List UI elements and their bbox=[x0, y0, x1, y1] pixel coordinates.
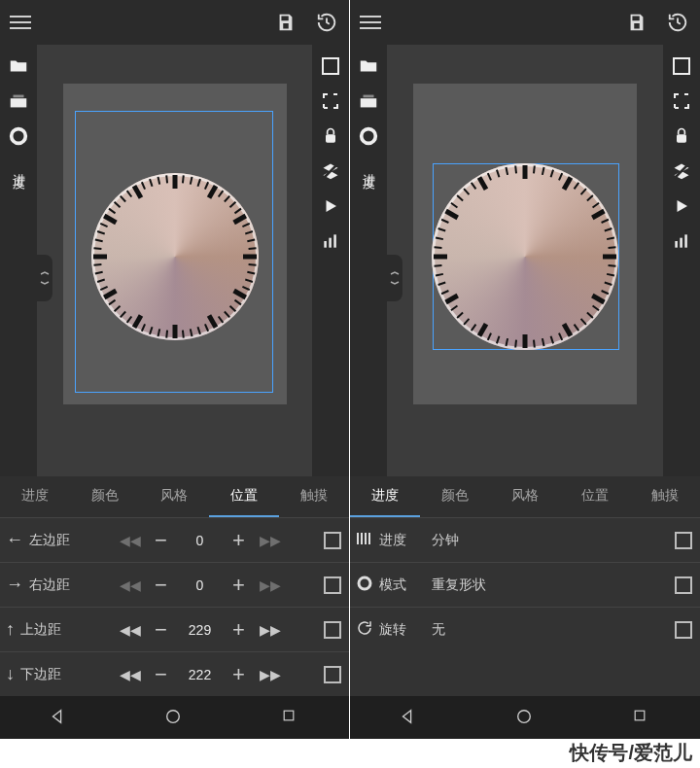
watermark: 快传号/爱范儿 bbox=[570, 740, 692, 766]
fast-increase-icon[interactable]: ▶▶ bbox=[257, 616, 284, 644]
tab-3[interactable]: 位置 bbox=[209, 476, 279, 517]
checkbox[interactable] bbox=[324, 621, 341, 639]
history-icon[interactable] bbox=[665, 10, 690, 35]
lock-icon[interactable] bbox=[319, 124, 342, 148]
decrease-icon[interactable]: − bbox=[148, 572, 175, 599]
drawer-handle[interactable] bbox=[387, 255, 402, 301]
left-sidebar: 进度 bbox=[350, 45, 387, 476]
layers-off-icon[interactable] bbox=[319, 159, 342, 183]
play-icon[interactable] bbox=[670, 194, 693, 218]
play-icon[interactable] bbox=[319, 194, 342, 218]
prop-value[interactable]: 分钟 bbox=[432, 532, 669, 549]
prop-row: ↑上边距◀◀−229+▶▶ bbox=[0, 607, 349, 651]
checkbox[interactable] bbox=[675, 532, 692, 549]
menu-icon[interactable] bbox=[360, 16, 381, 29]
prop-row: 进度分钟 bbox=[350, 517, 700, 562]
svg-rect-26 bbox=[635, 711, 645, 720]
layer-icon[interactable] bbox=[357, 89, 380, 113]
folder-icon[interactable] bbox=[7, 54, 30, 78]
tab-0[interactable]: 进度 bbox=[350, 476, 420, 517]
fullscreen-icon[interactable] bbox=[670, 89, 693, 113]
tab-2[interactable]: 风格 bbox=[140, 476, 210, 517]
canvas-area[interactable] bbox=[37, 45, 312, 476]
svg-rect-21 bbox=[361, 533, 363, 544]
svg-point-25 bbox=[518, 711, 531, 723]
nav-home-icon[interactable] bbox=[515, 708, 535, 727]
nav-recent-icon[interactable] bbox=[632, 708, 651, 727]
clockface-image[interactable] bbox=[91, 173, 259, 340]
drawer-handle[interactable] bbox=[37, 255, 52, 301]
prop-value[interactable]: 重复形状 bbox=[432, 576, 669, 594]
arrow-icon: → bbox=[6, 575, 23, 595]
fast-decrease-icon[interactable]: ◀◀ bbox=[117, 572, 144, 599]
fast-decrease-icon[interactable]: ◀◀ bbox=[117, 527, 144, 554]
increase-icon[interactable]: + bbox=[226, 572, 253, 599]
checkbox[interactable] bbox=[324, 576, 341, 594]
checkbox[interactable] bbox=[324, 666, 341, 683]
history-icon[interactable] bbox=[314, 10, 339, 35]
nav-home-icon[interactable] bbox=[164, 708, 184, 727]
chart-icon[interactable] bbox=[670, 229, 693, 253]
tab-0[interactable]: 进度 bbox=[0, 476, 70, 517]
svg-rect-14 bbox=[674, 58, 689, 74]
folder-icon[interactable] bbox=[357, 54, 380, 78]
nav-back-icon[interactable] bbox=[49, 708, 68, 727]
tab-1[interactable]: 颜色 bbox=[420, 476, 490, 517]
appbar bbox=[0, 0, 349, 45]
prop-row: →右边距◀◀−0+▶▶ bbox=[0, 562, 349, 607]
svg-rect-18 bbox=[680, 238, 682, 248]
sidebar-label: 进度 bbox=[360, 163, 377, 167]
prop-value: 222 bbox=[179, 667, 222, 682]
layer-icon[interactable] bbox=[7, 89, 30, 113]
decrease-icon[interactable]: − bbox=[148, 527, 175, 554]
fast-increase-icon[interactable]: ▶▶ bbox=[257, 572, 284, 599]
prop-value: 229 bbox=[179, 622, 222, 638]
android-navbar bbox=[350, 696, 700, 739]
lock-icon[interactable] bbox=[670, 124, 693, 148]
left-screen: 进度 进度颜色风格位置触摸 ←左边距◀◀−0+▶▶→右边距 bbox=[0, 0, 350, 739]
progress-donut-icon[interactable] bbox=[7, 124, 30, 148]
bars-icon bbox=[356, 530, 373, 550]
increase-icon[interactable]: + bbox=[226, 616, 253, 644]
tab-4[interactable]: 触摸 bbox=[630, 476, 700, 517]
canvas-area[interactable] bbox=[387, 45, 663, 476]
phone-canvas[interactable] bbox=[63, 84, 287, 404]
phone-canvas[interactable] bbox=[413, 84, 637, 404]
checkbox[interactable] bbox=[324, 532, 341, 549]
prop-value[interactable]: 无 bbox=[432, 621, 669, 639]
clockface-image[interactable] bbox=[432, 163, 618, 350]
svg-rect-1 bbox=[14, 95, 24, 98]
save-icon[interactable] bbox=[624, 10, 649, 35]
nav-recent-icon[interactable] bbox=[281, 708, 300, 727]
tab-1[interactable]: 颜色 bbox=[70, 476, 140, 517]
prop-label: 右边距 bbox=[29, 576, 70, 594]
fast-increase-icon[interactable]: ▶▶ bbox=[257, 661, 284, 688]
svg-point-9 bbox=[167, 711, 180, 723]
rotate-icon bbox=[356, 619, 373, 640]
checkbox[interactable] bbox=[675, 576, 692, 594]
tab-4[interactable]: 触摸 bbox=[279, 476, 349, 517]
tab-2[interactable]: 风格 bbox=[490, 476, 560, 517]
square-icon[interactable] bbox=[319, 54, 342, 78]
fast-decrease-icon[interactable]: ◀◀ bbox=[117, 616, 144, 644]
prop-label: 旋转 bbox=[379, 621, 406, 639]
svg-rect-11 bbox=[361, 98, 377, 107]
increase-icon[interactable]: + bbox=[226, 661, 253, 688]
square-icon[interactable] bbox=[670, 54, 693, 78]
fast-decrease-icon[interactable]: ◀◀ bbox=[117, 661, 144, 688]
nav-back-icon[interactable] bbox=[399, 708, 418, 727]
increase-icon[interactable]: + bbox=[226, 527, 253, 554]
tab-3[interactable]: 位置 bbox=[560, 476, 630, 517]
layers-off-icon[interactable] bbox=[670, 159, 693, 183]
save-icon[interactable] bbox=[273, 10, 298, 35]
fullscreen-icon[interactable] bbox=[319, 89, 342, 113]
decrease-icon[interactable]: − bbox=[148, 661, 175, 688]
chart-icon[interactable] bbox=[319, 229, 342, 253]
svg-point-2 bbox=[12, 129, 26, 144]
menu-icon[interactable] bbox=[10, 16, 31, 29]
checkbox[interactable] bbox=[675, 621, 692, 639]
decrease-icon[interactable]: − bbox=[148, 616, 175, 644]
progress-donut-icon[interactable] bbox=[357, 124, 380, 148]
prop-row: 模式重复形状 bbox=[350, 562, 700, 607]
fast-increase-icon[interactable]: ▶▶ bbox=[257, 527, 284, 554]
